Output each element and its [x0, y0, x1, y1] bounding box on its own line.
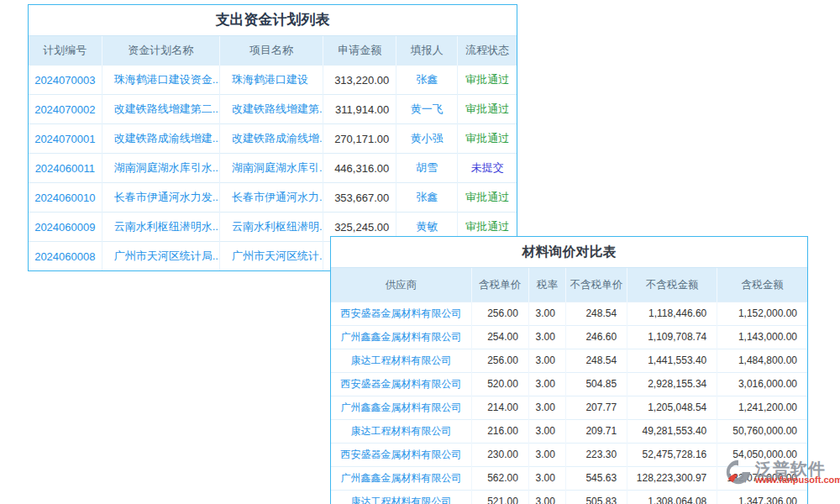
table-row: 2024070003珠海鹤港口建设资金...珠海鹤港口建设313,220.00张…: [29, 66, 517, 95]
tax-excl-amount: 52,475,728.16: [627, 443, 717, 466]
apply-amount: 353,667.00: [323, 183, 396, 213]
table-row: 康达工程材料有限公司256.003.00248.541,441,553.401,…: [331, 349, 807, 372]
reporter-name: 黄一飞: [396, 95, 458, 124]
quote-table: 材料询价对比表 供应商含税单价税率不含税单价不含税金额含税金额 西安盛器金属材料…: [330, 236, 808, 504]
project-name-link[interactable]: 广州市天河区统计...: [219, 242, 323, 271]
tax-excl-unit-price: 209.71: [565, 419, 627, 443]
project-name-link[interactable]: 长春市伊通河水力...: [219, 183, 323, 213]
column-header: 填报人: [396, 36, 458, 66]
table-row: 康达工程材料有限公司521.003.00505.831,308,064.081,…: [331, 490, 807, 504]
tax-rate: 3.00: [528, 490, 565, 504]
column-header: 税率: [528, 268, 565, 302]
tax-rate: 3.00: [528, 396, 565, 419]
plan-table: 支出资金计划列表 计划编号资金计划名称项目名称申请金额填报人流程状态 20240…: [28, 4, 517, 271]
tax-excl-unit-price: 505.83: [565, 490, 627, 504]
tax-incl-amount: 1,241,200.00: [717, 396, 807, 419]
plan-id-link[interactable]: 2024060009: [29, 213, 102, 242]
supplier-name-link[interactable]: 西安盛器金属材料有限公司: [331, 443, 471, 466]
column-header: 项目名称: [219, 36, 323, 66]
plan-id-link[interactable]: 2024070002: [29, 95, 102, 124]
quote-table-grid: 供应商含税单价税率不含税单价不含税金额含税金额 西安盛器金属材料有限公司256.…: [331, 268, 807, 504]
quote-table-header-row: 供应商含税单价税率不含税单价不含税金额含税金额: [331, 268, 807, 302]
reporter-name: 黄小强: [396, 124, 458, 154]
supplier-name-link[interactable]: 西安盛器金属材料有限公司: [331, 372, 471, 396]
project-name-link[interactable]: 湖南洞庭湖水库引...: [219, 154, 323, 183]
tax-incl-unit-price: 216.00: [471, 419, 528, 443]
tax-excl-amount: 1,109,708.74: [627, 325, 717, 349]
tax-incl-amount: 54,050,000.00: [717, 443, 807, 466]
project-name-link[interactable]: 改建铁路成渝线增...: [219, 124, 323, 154]
supplier-name-link[interactable]: 康达工程材料有限公司: [331, 419, 471, 443]
project-name-link[interactable]: 云南水利枢纽潜明...: [219, 213, 323, 242]
reporter-name: 张鑫: [396, 66, 458, 95]
fund-plan-name-link[interactable]: 珠海鹤港口建设资金...: [102, 66, 219, 95]
tax-excl-unit-price: 207.77: [565, 396, 627, 419]
fund-plan-name-link[interactable]: 改建铁路线增建第二...: [102, 95, 219, 124]
tax-excl-unit-price: 246.60: [565, 325, 627, 349]
table-row: 广州鑫鑫金属材料有限公司562.003.00545.63128,223,300.…: [331, 466, 807, 490]
supplier-name-link[interactable]: 康达工程材料有限公司: [331, 490, 471, 504]
project-name-link[interactable]: 改建铁路线增建第...: [219, 95, 323, 124]
tax-incl-amount: 1,347,306.00: [717, 490, 807, 504]
supplier-name-link[interactable]: 康达工程材料有限公司: [331, 349, 471, 372]
plan-id-link[interactable]: 2024060008: [29, 242, 102, 271]
apply-amount: 311,914.00: [323, 95, 396, 124]
fund-plan-name-link[interactable]: 改建铁路成渝线增建...: [102, 124, 219, 154]
plan-id-link[interactable]: 2024060011: [29, 154, 102, 183]
supplier-name-link[interactable]: 西安盛器金属材料有限公司: [331, 302, 471, 325]
fund-plan-name-link[interactable]: 广州市天河区统计局...: [102, 242, 219, 271]
tax-excl-amount: 1,118,446.60: [627, 302, 717, 325]
tax-excl-unit-price: 223.30: [565, 443, 627, 466]
project-name-link[interactable]: 珠海鹤港口建设: [219, 66, 323, 95]
tax-excl-unit-price: 504.85: [565, 372, 627, 396]
reporter-name: 张鑫: [396, 183, 458, 213]
column-header: 资金计划名称: [102, 36, 219, 66]
table-row: 西安盛器金属材料有限公司230.003.00223.3052,475,728.1…: [331, 443, 807, 466]
reporter-name: 胡雪: [396, 154, 458, 183]
column-header: 流程状态: [458, 36, 517, 66]
apply-amount: 313,220.00: [323, 66, 396, 95]
column-header: 含税金额: [717, 268, 807, 302]
tax-rate: 3.00: [528, 466, 565, 490]
fund-plan-name-link[interactable]: 长春市伊通河水力发...: [102, 183, 219, 213]
column-header: 供应商: [331, 268, 471, 302]
supplier-name-link[interactable]: 广州鑫鑫金属材料有限公司: [331, 466, 471, 490]
tax-incl-amount: 3,016,000.00: [717, 372, 807, 396]
plan-id-link[interactable]: 2024060010: [29, 183, 102, 213]
apply-amount: 270,171.00: [323, 124, 396, 154]
plan-table-title: 支出资金计划列表: [29, 5, 517, 36]
flow-status: 审批通过: [458, 66, 517, 95]
supplier-name-link[interactable]: 广州鑫鑫金属材料有限公司: [331, 325, 471, 349]
flow-status: 审批通过: [458, 183, 517, 213]
tax-rate: 3.00: [528, 349, 565, 372]
tax-excl-amount: 1,441,553.40: [627, 349, 717, 372]
tax-incl-amount: 1,143,000.00: [717, 325, 807, 349]
tax-incl-unit-price: 521.00: [471, 490, 528, 504]
quote-table-title: 材料询价对比表: [331, 237, 807, 268]
tax-incl-unit-price: 256.00: [471, 349, 528, 372]
flow-status: 审批通过: [458, 95, 517, 124]
apply-amount: 446,316.00: [323, 154, 396, 183]
tax-rate: 3.00: [528, 372, 565, 396]
flow-status: 未提交: [458, 154, 517, 183]
tax-excl-amount: 128,223,300.97: [627, 466, 717, 490]
table-row: 西安盛器金属材料有限公司520.003.00504.852,928,155.34…: [331, 372, 807, 396]
tax-excl-amount: 2,928,155.34: [627, 372, 717, 396]
tax-incl-unit-price: 254.00: [471, 325, 528, 349]
table-row: 广州鑫鑫金属材料有限公司254.003.00246.601,109,708.74…: [331, 325, 807, 349]
supplier-name-link[interactable]: 广州鑫鑫金属材料有限公司: [331, 396, 471, 419]
tax-incl-unit-price: 562.00: [471, 466, 528, 490]
table-row: 2024070002改建铁路线增建第二...改建铁路线增建第...311,914…: [29, 95, 517, 124]
column-header: 不含税金额: [627, 268, 717, 302]
tax-incl-amount: 1,484,800.00: [717, 349, 807, 372]
tax-excl-unit-price: 545.63: [565, 466, 627, 490]
plan-id-link[interactable]: 2024070001: [29, 124, 102, 154]
plan-table-header-row: 计划编号资金计划名称项目名称申请金额填报人流程状态: [29, 36, 517, 66]
fund-plan-name-link[interactable]: 云南水利枢纽潜明水...: [102, 213, 219, 242]
plan-id-link[interactable]: 2024070003: [29, 66, 102, 95]
flow-status: 审批通过: [458, 124, 517, 154]
table-row: 广州鑫鑫金属材料有限公司214.003.00207.771,205,048.54…: [331, 396, 807, 419]
tax-rate: 3.00: [528, 325, 565, 349]
tax-incl-unit-price: 214.00: [471, 396, 528, 419]
fund-plan-name-link[interactable]: 湖南洞庭湖水库引水...: [102, 154, 219, 183]
